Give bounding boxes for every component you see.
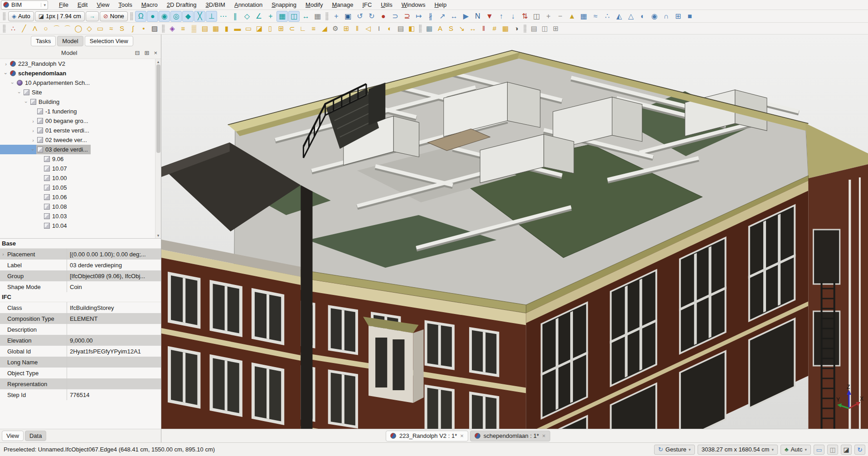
copy-icon[interactable]: ▣ <box>342 11 354 22</box>
tree-item-10-appartementen-sch[interactable]: ›10 Appartementen Sch... <box>0 78 161 88</box>
property-row-composition-type[interactable]: Composition TypeELEMENT <box>0 313 161 324</box>
draft-arc-3pt-icon[interactable]: ⌒ <box>63 24 73 34</box>
arch-structure-icon[interactable]: ▦ <box>211 24 221 34</box>
arch-panel-icon[interactable]: ◪ <box>254 24 265 34</box>
boolean-union-icon[interactable]: ◉ <box>649 11 660 22</box>
tree-item-body[interactable]: 10.05 <box>43 183 70 192</box>
property-row-description[interactable]: Description <box>0 324 161 335</box>
draft-cubicbezier-icon[interactable]: ∫ <box>128 24 138 34</box>
arch-door-icon[interactable]: ▯ <box>265 24 276 34</box>
property-row-class[interactable]: ClassIfcBuildingStorey <box>0 302 161 313</box>
snap-master-toggle-icon[interactable]: → <box>86 11 99 21</box>
tree-item-10-00[interactable]: 10.00 <box>0 173 161 183</box>
sync-icon[interactable]: ↻ <box>854 445 865 455</box>
property-value[interactable]: 03 derde verdieping <box>67 262 161 269</box>
remove-point-icon[interactable]: − <box>554 11 566 22</box>
property-value[interactable]: 776514 <box>67 392 161 398</box>
property-value[interactable]: IfcBuildingStorey <box>67 304 161 311</box>
techdraw-clip-icon[interactable]: ⊞ <box>551 24 561 34</box>
menu-view[interactable]: View <box>92 0 114 9</box>
arch-pipe-icon[interactable]: ⊂ <box>287 24 297 34</box>
menu-modify[interactable]: Modify <box>301 0 327 9</box>
arch-frame-icon[interactable]: ⊞ <box>341 24 352 34</box>
tree-item-building[interactable]: ›Building <box>0 97 161 107</box>
property-value[interactable]: [(0.00 0.00 1.00); 0.00 deg;... <box>67 251 161 258</box>
view-size-selector[interactable]: 3038.27 cm x 1680.54 cm ▾ <box>698 445 778 455</box>
arch-slab-icon[interactable]: ▭ <box>243 24 254 34</box>
tree-item-10-03[interactable]: 10.03 <box>0 211 161 221</box>
menu-utils[interactable]: Utils <box>376 0 397 9</box>
panel-dock-icon[interactable]: ⊟ <box>135 49 140 56</box>
menu-file[interactable]: File <box>54 0 73 9</box>
rotate-icon[interactable]: ↺ <box>354 11 365 22</box>
tree-item-1-fundering[interactable]: -1 fundering <box>0 107 161 116</box>
snap-ortho-icon[interactable]: ◇ <box>241 11 252 22</box>
tree-item-10-04[interactable]: 10.04 <box>0 221 161 230</box>
arch-wall-icon[interactable]: ▤ <box>200 24 210 34</box>
tree-item-body[interactable]: 10.08 <box>43 202 70 211</box>
subelement-edit-icon[interactable]: ● <box>378 11 389 22</box>
snap-extension-icon[interactable]: ⋯ <box>218 11 229 22</box>
menu-windows[interactable]: Windows <box>397 0 430 9</box>
section-plane-icon[interactable]: ◑ <box>511 24 522 34</box>
tree-item-body[interactable]: -1 fundering <box>36 107 79 116</box>
tree-item-body[interactable]: 223_Randolph V2 <box>9 59 68 69</box>
image-plane-icon[interactable]: ▦ <box>424 24 435 34</box>
panel-close-icon[interactable]: × <box>154 49 157 56</box>
arch-schedule-icon[interactable]: ▤ <box>396 24 406 34</box>
property-row-representation[interactable]: Representation <box>0 378 161 389</box>
tab-data[interactable]: Data <box>25 431 46 441</box>
tree-item-body[interactable]: 9.06 <box>43 154 66 164</box>
bim-level-icon[interactable]: ≡ <box>178 24 189 34</box>
facebinder-icon[interactable]: ▼ <box>484 11 495 22</box>
snap-endpoint-icon[interactable]: ● <box>147 11 158 22</box>
draft-line-icon[interactable]: ╱ <box>19 24 29 34</box>
tree-item-10-06[interactable]: 10.06 <box>0 192 161 202</box>
axis-icon[interactable]: ‖ <box>479 24 489 34</box>
text-icon[interactable]: A <box>435 24 446 34</box>
scrollbar-thumb[interactable] <box>156 64 160 153</box>
tree-item-body[interactable]: 10.04 <box>43 221 70 230</box>
hud-toggle-icon[interactable]: ▭ <box>814 445 824 455</box>
menu-3d-bim[interactable]: 3D/BIM <box>201 0 230 9</box>
arch-equipment-icon[interactable]: ⚙ <box>330 24 341 34</box>
bim-space-icon[interactable]: ▒ <box>189 24 199 34</box>
tree-item-body[interactable]: 02 tweede ver... <box>36 135 90 145</box>
snap-workingplane-icon[interactable]: ◫ <box>288 11 300 22</box>
menu-2d-drafting[interactable]: 2D Drafting <box>162 0 201 9</box>
add-point-icon[interactable]: + <box>543 11 554 22</box>
downgrade-icon[interactable]: ↓ <box>507 11 519 22</box>
scroll-down-icon[interactable]: ▾ <box>155 233 161 238</box>
tab-selection-view[interactable]: Selection View <box>85 36 133 46</box>
tree-item-schependomlaan[interactable]: ›schependomlaan <box>0 69 161 78</box>
shape2dview-icon[interactable]: ⇅ <box>519 11 530 22</box>
draft-hatch-icon[interactable]: ▨ <box>150 24 160 34</box>
expander-icon[interactable]: › <box>24 99 29 105</box>
tree-item-body[interactable]: Site <box>23 88 44 97</box>
property-row-group[interactable]: Group[IfcObject089 (9.06), IfcObj... <box>0 270 161 281</box>
arch-pipe-connector-icon[interactable]: ∟ <box>298 24 308 34</box>
workbench-selector[interactable]: BIM ▾ <box>1 0 48 10</box>
tree-item-body[interactable]: 10 Appartementen Sch... <box>16 78 92 88</box>
bim-project-icon[interactable]: ◈ <box>167 24 178 34</box>
tree-item-10-08[interactable]: 10.08 <box>0 202 161 211</box>
stretch-icon[interactable]: ↔ <box>448 11 460 22</box>
snap-lock-icon[interactable]: Ω <box>135 11 146 22</box>
tree-item-body[interactable]: 10.06 <box>43 192 70 202</box>
property-row-global-id[interactable]: Global Id2Hyat1fsPEGfyYPyim12A1 <box>0 346 161 357</box>
3d-building-model[interactable] <box>161 34 868 429</box>
arch-fence-icon[interactable]: ‖ <box>352 24 363 34</box>
draft-polyline-icon[interactable]: Λ <box>30 24 40 34</box>
move-icon[interactable]: + <box>330 11 342 22</box>
expander-icon[interactable]: › <box>3 61 9 67</box>
menu-ifc[interactable]: IFC <box>358 0 376 9</box>
expander-icon[interactable]: › <box>30 147 36 153</box>
add-to-group-icon[interactable]: ▲ <box>566 11 577 22</box>
tree-scrollbar[interactable]: ▴ ▾ <box>155 59 161 238</box>
property-row-elevation[interactable]: Elevation9,000.00 <box>0 335 161 346</box>
doc-tab-223-randolph-v2-1[interactable]: 223_Randolph V2 : 1*× <box>386 431 468 441</box>
techdraw-page-icon[interactable]: ▤ <box>529 24 539 34</box>
expander-icon[interactable]: › <box>3 70 9 77</box>
draft-ellipse-icon[interactable]: ◯ <box>73 24 84 34</box>
unit-selector[interactable]: ♣ Autc ▾ <box>781 445 811 455</box>
